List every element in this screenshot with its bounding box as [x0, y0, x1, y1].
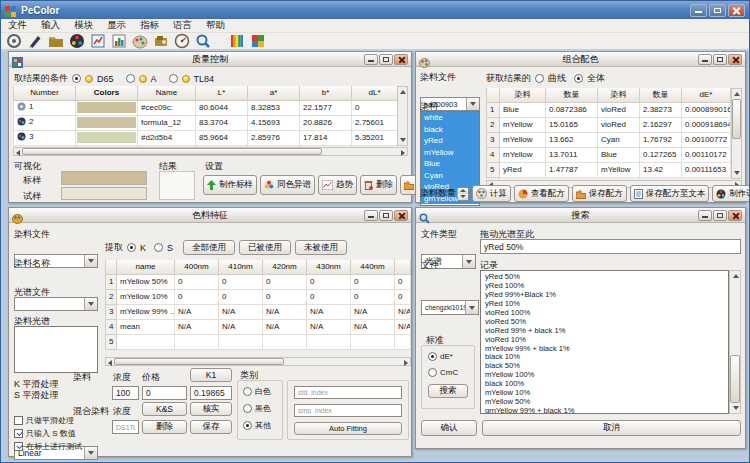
cat-other-radio[interactable]	[243, 421, 252, 430]
qc-header-row[interactable]: Number Colors Name L* a* b* dL*	[14, 86, 398, 100]
table-row[interactable]: 1 #cec09c:80.60448.3285322.157700	[14, 100, 398, 115]
cmc-radio[interactable]	[428, 368, 437, 377]
match-curve-radio[interactable]	[535, 74, 544, 83]
metamerism-button[interactable]: 同色异谱	[260, 175, 315, 195]
match-vertical-scrollbar[interactable]	[731, 88, 742, 179]
match-col-de[interactable]: dE*	[682, 88, 731, 102]
match-table[interactable]: 染料 数量 染料 数量 dE* 1Blue0.0872386vioRed2.38…	[486, 88, 731, 178]
match-col-dye2[interactable]: 染料	[598, 88, 640, 102]
qc-col-dl[interactable]: dL*	[352, 86, 398, 100]
list-item[interactable]: mYellow	[421, 147, 479, 159]
cancel-button[interactable]: 取消	[482, 420, 741, 436]
search-close-button[interactable]	[728, 210, 742, 221]
mix-conc-input[interactable]	[112, 420, 139, 434]
table-row[interactable]: 5	[106, 334, 411, 349]
list-item[interactable]: Blue	[421, 158, 479, 170]
qc-col-l[interactable]: L*	[196, 86, 248, 100]
pen-icon[interactable]	[27, 33, 43, 49]
form-price-input[interactable]	[142, 386, 187, 400]
file-dropdown[interactable]: chengzki10190	[421, 300, 479, 315]
match-header-row[interactable]: 染料 数量 染料 数量 dE*	[487, 88, 731, 102]
make-sample-button[interactable]: 制作试样	[712, 185, 750, 202]
ks-button[interactable]: K&S	[142, 402, 187, 416]
menu-metrics[interactable]: 指标	[133, 19, 166, 32]
delete-button[interactable]: 删除	[360, 175, 397, 195]
cat-white-radio[interactable]	[243, 387, 252, 396]
table-row[interactable]: 2mYellow 10%000000	[106, 289, 411, 304]
menu-input[interactable]: 输入	[34, 19, 67, 32]
dye-count-spinner[interactable]: 4	[459, 187, 469, 201]
verify-button[interactable]: 核实	[190, 402, 232, 416]
table-row[interactable]: 3 #d2d5b485.96642.8597617.8145.35201-5.4…	[14, 130, 398, 145]
colorant-col-rownum[interactable]	[106, 260, 117, 274]
qc-col-colors[interactable]: Colors	[76, 86, 138, 100]
match-col-qty2[interactable]: 数量	[640, 88, 682, 102]
table-row[interactable]: 3mYellow 99% ...N/AN/AN/AN/AN/AN/A	[106, 304, 411, 319]
qc-col-a[interactable]: a*	[248, 86, 300, 100]
std-index-input[interactable]	[294, 386, 402, 399]
colorant-maximize-button[interactable]	[379, 210, 393, 221]
qc-horizontal-scrollbar[interactable]	[13, 147, 408, 156]
match-maximize-button[interactable]	[713, 54, 727, 65]
minimize-button[interactable]	[690, 4, 707, 17]
search-title-bar[interactable]: 搜索	[416, 208, 745, 223]
table-row[interactable]: 4mYellow13.7011Blue0.1272650.00110172	[487, 147, 731, 162]
colorant-col-420[interactable]: 420nm	[263, 260, 307, 274]
color-mosaic-icon[interactable]	[250, 33, 266, 49]
test-on-standard-checkbox[interactable]	[14, 442, 23, 451]
match-col-qty1[interactable]: 数量	[546, 88, 598, 102]
save-formula-text-button[interactable]: 保存配方至文本	[630, 185, 710, 202]
colorant-table[interactable]: name 400nm 410nm 420nm 430nm 440nm 1mYel…	[105, 260, 411, 350]
colorant-title-bar[interactable]: 色料特征	[9, 208, 411, 223]
s-only-checkbox[interactable]	[14, 429, 23, 438]
save-entry-button[interactable]: 保存	[190, 420, 232, 434]
match-close-button[interactable]	[728, 54, 742, 65]
maximize-button[interactable]	[709, 4, 726, 17]
use-all-button[interactable]: 全部使用	[183, 240, 235, 255]
qc-minimize-button[interactable]	[364, 54, 378, 65]
table-row[interactable]: 2 formula_1283.37044.1569320.88262.75601…	[14, 115, 398, 130]
table-row[interactable]: 1Blue0.0872386vioRed2.382730.000899016	[487, 102, 731, 117]
colorant-dye-name-dropdown[interactable]	[14, 297, 98, 311]
qc-vertical-scrollbar[interactable]	[397, 86, 408, 146]
instrument-icon[interactable]	[153, 33, 169, 49]
drop-spectrum-input[interactable]	[480, 239, 741, 254]
list-item[interactable]: white	[421, 112, 479, 124]
calculate-button[interactable]: 计算	[472, 185, 511, 202]
smooth-only-checkbox[interactable]	[14, 416, 23, 425]
k-radio[interactable]	[127, 243, 136, 252]
s-radio[interactable]	[154, 243, 163, 252]
qc-close-button[interactable]	[394, 54, 408, 65]
qc-col-b[interactable]: b*	[300, 86, 352, 100]
colorant-horizontal-scrollbar[interactable]	[105, 357, 411, 366]
delete-entry-button[interactable]: 删除	[142, 420, 187, 434]
palette-icon[interactable]	[132, 33, 148, 49]
trend-button[interactable]: 趋势	[318, 175, 357, 195]
table-row[interactable]: 2mYellow15.0165vioRed2.162970.000918694	[487, 117, 731, 132]
folder-icon[interactable]	[48, 33, 64, 49]
view-formula-button[interactable]: 查看配方	[514, 185, 569, 202]
table-row[interactable]: 4meanN/AN/AN/AN/AN/AN/A	[106, 319, 411, 334]
match-col-dye1[interactable]: 染料	[500, 88, 546, 102]
save-formula-button[interactable]: 保存配方	[572, 185, 627, 202]
close-button[interactable]	[728, 4, 745, 17]
colorant-minimize-button[interactable]	[364, 210, 378, 221]
table-row[interactable]: 5yRed1.47787mYellow13.420.00111653	[487, 162, 731, 177]
menu-display[interactable]: 显示	[100, 19, 133, 32]
spectrum-icon[interactable]	[229, 33, 245, 49]
qc-maximize-button[interactable]	[379, 54, 393, 65]
confirm-button[interactable]: 确认	[421, 420, 477, 436]
menu-help[interactable]: 帮助	[199, 19, 232, 32]
match-title-bar[interactable]: 组合配色	[416, 52, 745, 67]
cat-black-radio[interactable]	[243, 404, 252, 413]
colorant-header-row[interactable]: name 400nm 410nm 420nm 430nm 440nm	[106, 260, 411, 274]
search-button[interactable]: 搜索	[428, 384, 468, 398]
menu-file[interactable]: 文件	[1, 19, 34, 32]
menu-module[interactable]: 模块	[67, 19, 100, 32]
colorant-col-name[interactable]: name	[117, 260, 175, 274]
bar-chart-icon[interactable]	[111, 33, 127, 49]
colorant-col-440[interactable]: 440nm	[351, 260, 395, 274]
colorant-col-extra[interactable]	[395, 260, 411, 274]
list-item[interactable]: black	[421, 124, 479, 136]
colorant-dye-spectrum-list[interactable]	[14, 326, 98, 373]
